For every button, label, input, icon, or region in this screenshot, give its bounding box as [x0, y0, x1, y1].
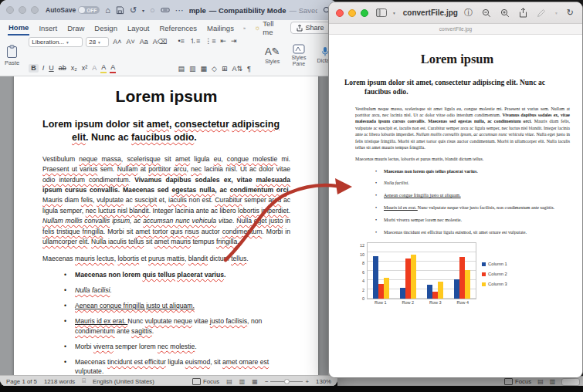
multilevel-list-button[interactable]: ⋮≡: [204, 37, 216, 46]
zoom-knob[interactable]: [284, 379, 290, 384]
tab-overflow-icon[interactable]: »: [243, 25, 246, 30]
borders-button[interactable]: ⊞: [221, 65, 229, 73]
bold-button[interactable]: B: [29, 64, 39, 73]
toggle-knob: [79, 7, 85, 13]
zoom-in-icon[interactable]: [500, 8, 510, 18]
text-effects-button[interactable]: A: [91, 64, 97, 73]
strikethrough-button[interactable]: ab: [58, 64, 67, 73]
close-button[interactable]: [6, 6, 14, 14]
proofing-icon[interactable]: ⌸: [82, 377, 86, 385]
tab-references[interactable]: References: [158, 22, 198, 35]
paste-button[interactable]: Paste: [5, 45, 19, 66]
home-icon[interactable]: ⌂: [105, 6, 110, 15]
doc-bullet-list: Maecenas non lorem quis tellus placerat …: [42, 270, 290, 375]
chart-bar: [427, 285, 432, 299]
document-area: Lorem ipsum Lorem ipsum dolor sit amet, …: [0, 76, 337, 375]
tab-home[interactable]: Home: [8, 21, 29, 35]
doc-paragraph: Vestibulum neque massa, scelerisque sit …: [355, 106, 570, 151]
undo-icon[interactable]: ↺: [130, 6, 137, 15]
view-outline-icon[interactable]: ▦: [252, 378, 258, 385]
share-icon[interactable]: [519, 8, 527, 18]
doc-paragraph: Maecenas mauris lectus, lobortis et puru…: [355, 156, 570, 162]
font-name-select[interactable]: Liberation... ▾: [29, 37, 83, 47]
bullets-button[interactable]: •≡: [177, 37, 185, 46]
word-window: AutoSave OFF ⌂ ↺ ▾ ○ ⋯ input-sampl: [0, 0, 337, 387]
zoom-out-icon[interactable]: [482, 8, 491, 18]
page-count[interactable]: Page 1 of 5: [6, 378, 37, 385]
font-color-button[interactable]: A: [110, 63, 116, 73]
tab-draw[interactable]: Draw: [66, 22, 85, 35]
word-page[interactable]: Lorem ipsum Lorem ipsum dolor sit amet, …: [14, 76, 318, 375]
superscript-button[interactable]: x²: [81, 64, 89, 73]
pilcrow-button[interactable]: ¶: [246, 65, 252, 73]
grow-font-icon[interactable]: A˄: [112, 38, 122, 46]
tab-layout[interactable]: Layout: [127, 22, 151, 35]
shrink-font-icon[interactable]: A˅: [125, 38, 135, 46]
styles-button[interactable]: A✎ Styles: [261, 37, 284, 73]
list-item: Morbi viverra semper lorem nec molestie.: [64, 342, 290, 351]
italic-button[interactable]: I: [42, 64, 46, 73]
chart-bar: [400, 288, 405, 299]
underline-button[interactable]: U: [48, 64, 55, 73]
styles-pane-button[interactable]: Styles Pane: [288, 37, 309, 73]
focus-icon: [504, 378, 513, 385]
indent-more-button[interactable]: ⇥: [230, 37, 238, 46]
sidebar-toggle-icon[interactable]: [376, 8, 387, 17]
numbering-button[interactable]: ⒈≡: [188, 37, 201, 46]
autosave-toggle[interactable]: AutoSave OFF: [46, 6, 100, 14]
change-case-icon[interactable]: Aa: [139, 38, 149, 46]
zoom-slider[interactable]: − +: [265, 378, 309, 385]
word-statusbar: Page 1 of 5 1218 words ⌸ English (United…: [0, 375, 337, 387]
view-print-layout-icon[interactable]: ▤: [537, 378, 544, 385]
word-count[interactable]: 1218 words: [44, 378, 75, 385]
tab-mailings[interactable]: Mailings: [206, 22, 235, 35]
view-web-layout-icon[interactable]: ▥: [550, 378, 556, 385]
share-button[interactable]: Share: [290, 22, 330, 34]
indent-less-button[interactable]: ⇤: [219, 37, 227, 46]
sort-button[interactable]: A⇅: [231, 65, 243, 73]
sidebar-chevron-icon[interactable]: ▾: [393, 11, 395, 15]
print-icon[interactable]: [161, 6, 170, 14]
converted-image: Lorem ipsum Lorem ipsum dolor sit amet, …: [329, 35, 582, 377]
highlight-button[interactable]: A: [100, 63, 107, 73]
minimize-button[interactable]: [348, 9, 356, 17]
align-right-button[interactable]: ▦: [200, 65, 208, 73]
align-left-button[interactable]: ▤: [177, 65, 185, 73]
tell-me[interactable]: ☼ Tell me: [254, 19, 274, 36]
font-size-select[interactable]: 28 ▾: [86, 37, 109, 47]
subscript-button[interactable]: x₂: [70, 64, 78, 73]
focus-toggle[interactable]: Focus: [192, 378, 219, 385]
zoom-control[interactable]: [561, 378, 580, 386]
screen-edge: [0, 386, 583, 392]
info-icon[interactable]: ⓘ: [464, 8, 473, 17]
align-center-button[interactable]: ▥: [188, 65, 197, 73]
minimize-button[interactable]: [19, 6, 26, 14]
more-options-icon[interactable]: ⋯: [175, 6, 184, 15]
tab-design[interactable]: Design: [93, 22, 118, 35]
view-print-layout-icon[interactable]: ▤: [226, 378, 232, 385]
language-status[interactable]: English (United States): [93, 378, 154, 385]
close-button[interactable]: [336, 9, 344, 17]
save-icon[interactable]: [116, 6, 124, 15]
rotate-icon[interactable]: ↻: [567, 8, 574, 17]
markup-pencil-icon: [537, 8, 546, 18]
bar-chart: 121086420Row 1Row 2Row 3Row 4Column 1Col…: [357, 242, 517, 306]
list-item: Aenean congue fringilla justo ut aliquam…: [64, 301, 290, 310]
list-item: Maecenas non lorem quis tellus placerat …: [375, 169, 570, 175]
tab-insert[interactable]: Insert: [38, 22, 58, 35]
zoom-in-icon[interactable]: +: [305, 378, 309, 385]
clear-formatting-icon[interactable]: A⌫: [152, 38, 168, 46]
zoom-out-icon[interactable]: −: [265, 378, 269, 385]
paragraph-group: •≡ ⒈≡ ⋮≡ ⇤ ⇥ ▤ ▥ ▦ ◇ ⊞ A⇅ ¶: [177, 37, 251, 73]
list-item: Maecenas tincidunt est efficitur ligula …: [64, 357, 290, 375]
preview-subtitle: convertFile.jpg: [329, 24, 582, 35]
focus-toggle[interactable]: Focus: [504, 378, 531, 385]
shading-button[interactable]: ◇: [211, 65, 218, 73]
chart-bar: [378, 284, 384, 299]
zoom-window-button[interactable]: [361, 9, 368, 17]
zoom-window-button[interactable]: [31, 6, 39, 14]
view-web-layout-icon[interactable]: ▥: [239, 378, 246, 385]
undo-chevron-icon[interactable]: ▾: [142, 8, 144, 13]
doc-subtitle: Lorem ipsum dolor sit amet, consectetur …: [344, 78, 570, 97]
zoom-level[interactable]: 130%: [316, 378, 331, 385]
